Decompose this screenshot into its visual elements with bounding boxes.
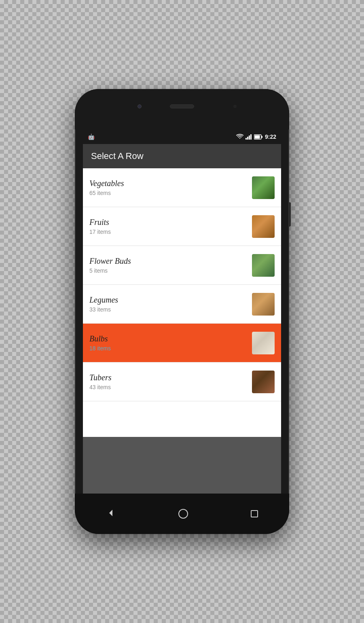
list-item-legumes[interactable]: Legumes 33 items [83, 285, 281, 324]
list-item-text-bulbs: Bulbs 18 items [89, 334, 252, 352]
list-item-bulbs[interactable]: Bulbs 18 items [83, 324, 281, 362]
item-subtitle-flowerbuds: 5 items [89, 267, 252, 274]
front-camera [138, 104, 142, 108]
item-image-vegetables [252, 176, 275, 199]
svg-rect-3 [249, 136, 250, 140]
item-subtitle-legumes: 33 items [89, 306, 252, 313]
item-image-bulbs [252, 332, 275, 354]
svg-rect-6 [254, 135, 260, 138]
earpiece-speaker [170, 104, 194, 108]
back-button[interactable] [98, 504, 124, 523]
list-item-text-legumes: Legumes 33 items [89, 295, 252, 313]
list-item-text-fruits: Fruits 17 items [89, 218, 252, 235]
item-title-legumes: Legumes [89, 295, 252, 305]
home-button[interactable] [170, 505, 196, 523]
battery-icon [254, 134, 263, 140]
list-item-flowerbuds[interactable]: Flower Buds 5 items [83, 246, 281, 285]
item-title-fruits: Fruits [89, 218, 252, 227]
item-subtitle-fruits: 17 items [89, 229, 252, 235]
item-subtitle-tubers: 43 items [89, 384, 252, 390]
item-subtitle-vegetables: 65 items [89, 190, 252, 196]
home-circle-icon [178, 509, 188, 519]
item-title-bulbs: Bulbs [89, 334, 252, 343]
sensor [233, 105, 237, 108]
svg-marker-0 [239, 138, 241, 139]
volume-button[interactable] [289, 202, 291, 227]
svg-rect-1 [245, 138, 247, 140]
category-list: Vegetables 65 items Fruits 17 items Flow… [83, 168, 281, 437]
status-bar: 🤖 [83, 129, 281, 144]
item-title-tubers: Tubers [89, 373, 252, 382]
svg-marker-8 [109, 510, 112, 516]
item-image-legumes [252, 293, 275, 316]
list-item-text-flowerbuds: Flower Buds 5 items [89, 256, 252, 274]
clock: 9:22 [265, 134, 276, 140]
item-title-vegetables: Vegetables [89, 179, 252, 188]
list-item-vegetables[interactable]: Vegetables 65 items [83, 168, 281, 207]
item-image-tubers [252, 371, 275, 393]
nav-bar [75, 494, 289, 534]
top-bezel [75, 89, 289, 129]
list-item-text-tubers: Tubers 43 items [89, 373, 252, 390]
recents-button[interactable] [243, 506, 266, 521]
content-empty-area [83, 437, 281, 494]
list-item-text-vegetables: Vegetables 65 items [89, 179, 252, 196]
svg-rect-2 [247, 137, 248, 140]
item-image-flowerbuds [252, 254, 275, 277]
svg-rect-7 [261, 136, 262, 138]
notification-icon: 🤖 [88, 134, 95, 140]
recents-square-icon [251, 510, 258, 517]
status-left: 🤖 [88, 134, 95, 140]
item-image-fruits [252, 215, 275, 238]
status-right: 9:22 [236, 134, 276, 140]
svg-rect-4 [250, 134, 252, 140]
wifi-icon [236, 134, 243, 140]
signal-icon [245, 134, 252, 140]
screen: 🤖 [83, 129, 281, 494]
item-title-flowerbuds: Flower Buds [89, 256, 252, 266]
app-bar: Select A Row [83, 144, 281, 168]
list-item-tubers[interactable]: Tubers 43 items [83, 362, 281, 401]
list-item-fruits[interactable]: Fruits 17 items [83, 207, 281, 246]
screen-title: Select A Row [91, 151, 144, 161]
item-subtitle-bulbs: 18 items [89, 345, 252, 352]
phone-frame: 🤖 [75, 89, 289, 534]
